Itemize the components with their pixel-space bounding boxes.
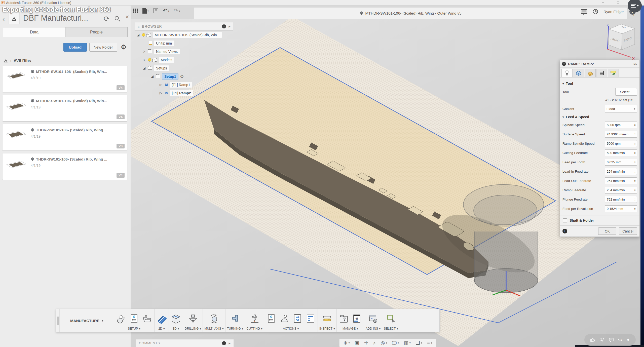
grid-snaps[interactable]: ▥▾	[404, 340, 411, 345]
display-settings[interactable]: 🖵▾	[392, 340, 399, 345]
version-badge[interactable]: V4	[117, 85, 125, 90]
panel-options-icon[interactable]: −	[222, 24, 226, 28]
stepper[interactable]: ▲▼	[633, 150, 637, 156]
chevron-down-icon[interactable]: ▾	[168, 10, 169, 12]
browser-node-ramp2[interactable]: [T1] Ramp2	[170, 90, 193, 96]
tab-data[interactable]: Data	[3, 27, 65, 37]
visibility-bulb-icon[interactable]	[142, 33, 145, 36]
lead-out-feedrate-field[interactable]: 254 mm/min▲▼	[605, 177, 637, 184]
field-value[interactable]: 0.025 mm	[605, 160, 633, 164]
feed-per-tooth-field[interactable]: 0.025 mm▲▼	[605, 159, 637, 166]
2d-menu[interactable]: 2D▾	[158, 327, 165, 331]
chevron-down-icon[interactable]: ▾	[179, 10, 180, 12]
panel-expand-icon[interactable]: ▸	[229, 24, 231, 29]
browser-root-node[interactable]: MTHDR-SW101-106- (Scaled) Rib, Win...	[153, 32, 222, 38]
drilling-menu[interactable]: DRILLING▾	[185, 327, 201, 331]
spindle-speed-field[interactable]: 5000 rpm▲▼	[605, 122, 637, 128]
cutting-icon[interactable]	[249, 313, 260, 324]
collapsed-triangle-icon[interactable]: ▷	[159, 91, 163, 95]
setup-sheet-icon[interactable]	[305, 313, 316, 324]
version-badge[interactable]: V4	[117, 173, 125, 178]
tool-library-icon[interactable]	[338, 313, 349, 324]
2d-pocket-icon[interactable]	[156, 313, 167, 324]
coolant-dropdown[interactable]: Flood ▾	[605, 105, 637, 112]
collapse-panel-icon[interactable]: «	[137, 24, 139, 29]
expand-triangle-icon[interactable]: ◢	[136, 33, 140, 37]
info-icon[interactable]: i	[562, 229, 567, 234]
tab-passes[interactable]	[596, 69, 607, 77]
stepper[interactable]: ▲▼	[633, 187, 637, 193]
new-setup-icon[interactable]	[116, 313, 127, 324]
search-icon[interactable]	[115, 16, 119, 20]
version-badge[interactable]: V4	[117, 114, 125, 119]
thumbs-down-icon[interactable]	[599, 337, 605, 342]
cutting-feedrate-field[interactable]: 500 mm/min▲▼	[605, 149, 637, 156]
browser-node-ramp1[interactable]: [T1] Ramp1	[170, 82, 192, 88]
undo-icon[interactable]: ↶	[163, 8, 167, 14]
maximize-button[interactable]: □	[615, 0, 621, 4]
feed-speed-section-header[interactable]: ▾ Feed & Speed	[562, 115, 637, 119]
panel-options-icon[interactable]: −	[222, 341, 226, 345]
turning-icon[interactable]	[230, 313, 241, 324]
post-process-icon[interactable]	[292, 313, 303, 324]
pan-tool[interactable]: ✛	[364, 340, 368, 345]
tab-geometry[interactable]	[573, 69, 584, 77]
new-folder-button[interactable]: New Folder	[89, 43, 117, 52]
file-card[interactable]: MTHDR-SW101-106- (Scaled) Rib, Win... 4/…	[3, 95, 127, 121]
active-setup-radio-icon[interactable]: ⊙	[180, 74, 184, 79]
document-tab[interactable]: MTHDR-SW101-106- (Scaled) Rib, Wing - Ou…	[194, 8, 627, 19]
file-card[interactable]: THDR-SW101-106- (Scaled) Rib, Wing ... 4…	[3, 124, 127, 150]
stepper[interactable]: ▲▼	[633, 140, 637, 147]
shaft-holder-checkbox[interactable]	[563, 218, 567, 222]
look-at-tool[interactable]: ▣	[355, 340, 359, 345]
stepper[interactable]: ▲▼	[633, 206, 637, 212]
multi-axis-menu[interactable]: MULTI-AXIS▾	[204, 327, 223, 331]
cutting-menu[interactable]: CUTTING▾	[247, 327, 262, 331]
field-value[interactable]: 0.1524 mm	[605, 207, 633, 211]
tab-linking[interactable]	[608, 69, 619, 77]
thumbs-up-icon[interactable]	[590, 337, 595, 342]
actions-menu[interactable]: ACTIONS▾	[283, 327, 299, 331]
multi-axis-icon[interactable]	[209, 313, 220, 324]
field-value[interactable]: 5000 rpm	[605, 142, 633, 145]
file-card[interactable]: MTHDR-SW101-106- (Scaled) Rib, Win... 4/…	[3, 66, 127, 92]
3d-adaptive-icon[interactable]	[170, 313, 181, 324]
browser-node-named-views[interactable]: Named Views	[154, 49, 180, 54]
feed-per-revolution-field[interactable]: 0.1524 mm▲▼	[605, 205, 637, 212]
panel-expand-icon[interactable]: ▸	[229, 341, 231, 345]
upload-button[interactable]: Upload	[63, 43, 87, 52]
section-collapse-icon[interactable]: ▾	[562, 82, 564, 85]
chevron-down-icon[interactable]: ▾	[147, 10, 149, 12]
minimize-button[interactable]: –	[600, 0, 606, 4]
field-value[interactable]: 254 mm/min	[605, 179, 633, 183]
measure-icon[interactable]	[322, 313, 333, 324]
browser-node-models[interactable]: Models	[159, 57, 174, 63]
scripts-addins-icon[interactable]	[368, 313, 379, 324]
ok-button[interactable]: OK	[598, 227, 616, 235]
breadcrumb-folder[interactable]: AV6 Ribs	[14, 59, 31, 63]
field-value[interactable]: 500 mm/min	[605, 151, 633, 155]
field-value[interactable]: 254 mm/min	[605, 170, 633, 173]
browser-node-setup1[interactable]: Setup1	[162, 73, 178, 80]
ramp-spindle-speed-field[interactable]: 5000 rpm▲▼	[605, 140, 637, 147]
tab-heights[interactable]	[585, 69, 596, 77]
stepper[interactable]: ▲▼	[633, 196, 637, 203]
setup-menu[interactable]: SETUP▾	[128, 327, 140, 331]
gear-icon[interactable]: ⚙	[121, 43, 127, 51]
manage-menu[interactable]: MANAGE▾	[343, 327, 358, 331]
app-grid-icon[interactable]	[133, 9, 138, 13]
plunge-feedrate-field[interactable]: 762 mm/min▲▼	[605, 196, 637, 203]
visibility-bulb-icon[interactable]	[148, 58, 151, 61]
cancel-button[interactable]: Cancel	[619, 227, 637, 235]
stepper[interactable]: ▲▼	[633, 168, 637, 175]
ncprogram-icon[interactable]	[129, 313, 140, 324]
3d-menu[interactable]: 3D▾	[173, 327, 179, 331]
stepper[interactable]: ▲▼	[633, 178, 637, 184]
collapsed-triangle-icon[interactable]: ▷	[159, 83, 163, 87]
fit-tool[interactable]: ◎▾	[381, 340, 387, 345]
refresh-icon[interactable]: ⟳	[104, 15, 109, 23]
field-value[interactable]: 254 mm/min	[605, 188, 633, 192]
expand-triangle-icon[interactable]: ◢	[142, 66, 146, 70]
comment-icon[interactable]	[609, 337, 614, 342]
redo-icon[interactable]: ↷	[174, 8, 178, 14]
